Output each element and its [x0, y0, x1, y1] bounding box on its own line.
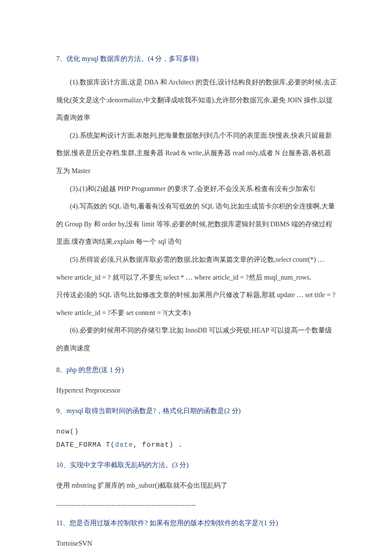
q7-p2c: 互为 Master — [56, 162, 337, 180]
q7-p4b: 的 Group By 和 order by,没有 limit 等等.必要的时候,… — [56, 215, 337, 233]
q7-p4c: 里面.缓存查询结果,explain 每一个 sql 语句 — [56, 233, 337, 251]
q7-p6b: 的查询速度 — [56, 339, 337, 357]
question-8-answer: Hypertext Preprocessor — [56, 384, 337, 397]
q7-p5d: where article_id = ?不要 set content = ?(大… — [56, 304, 337, 322]
q7-p2b: 数据,慢表是历史存档.集群,主服务器 Read & write,从服务器 rea… — [56, 144, 337, 162]
q9-code-line-2: DATE_FORMA T(date, format) . — [56, 439, 337, 451]
q9-code-line-1: now() — [56, 425, 337, 438]
question-7-title: 7、优化 mysql 数据库的方法。(4 分，多写多得) — [56, 54, 337, 64]
q9-code2c: , format) . — [133, 441, 183, 449]
section-divider: ----------------------------------------… — [56, 501, 337, 509]
document-page: 7、优化 mysql 数据库的方法。(4 分，多写多得) (1).数据库设计方面… — [0, 0, 392, 555]
q9-code2b: date — [115, 441, 133, 449]
q7-p1b: 规化(英文是这个:denormalize,中文翻译成啥我不知道),允许部分数据冗… — [56, 91, 337, 109]
q7-p1c: 高查询效率 — [56, 109, 337, 127]
q7-p4: (4).写高效的 SQL 语句,看看有没有写低效的 SQL 语句,比如生成笛卡尔… — [56, 197, 337, 215]
q7-p6: (6).必要的时候用不同的存储引擎.比如 InnoDB 可以减少死锁.HEAP … — [56, 321, 337, 339]
q7-p5: (5).所得皆必须,只从数据库取必需的数据,比如查询某篇文章的评论数,selec… — [56, 251, 337, 269]
question-9-title: 9、mysql 取得当前时间的函数是?，格式化日期的函数是(2 分) — [56, 406, 337, 416]
q7-p5b: where article_id = ? 就可以了,不要先 select * …… — [56, 269, 337, 286]
question-7-answer: (1).数据库设计方面,这是 DBA 和 Architect 的责任,设计结构良… — [56, 73, 337, 357]
question-11-title: 11、您是否用过版本控制软件? 如果有您用的版本控制软件的名字是?(1 分) — [56, 518, 337, 528]
q7-p2: (2).系统架构设计方面,表散列,把海量数据散列到几个不同的表里面.快慢表,快表… — [56, 127, 337, 145]
question-10-title: 10、实现中文字串截取无乱码的方法。(3 分) — [56, 460, 337, 470]
q7-p5c: 只传送必须的 SQL 语句,比如修改文章的时候,如果用户只修改了标题,那就 up… — [56, 286, 337, 304]
question-11-answer: TortoiseSVN — [56, 538, 337, 550]
question-10-answer: 使用 mbstring 扩展库的 mb_substr()截取就不会出现乱码了 — [56, 480, 337, 492]
question-8-title: 8、php 的意思(送 1 分) — [56, 365, 337, 375]
question-9-code: now() DATE_FORMA T(date, format) . — [56, 425, 337, 451]
q7-p3: (3).(1)和(2)超越 PHP Programmer 的要求了,会更好,不会… — [56, 180, 337, 198]
q9-code2a: DATE_FORMA T( — [56, 441, 115, 449]
q7-p1: (1).数据库设计方面,这是 DBA 和 Architect 的责任,设计结构良… — [56, 73, 337, 91]
